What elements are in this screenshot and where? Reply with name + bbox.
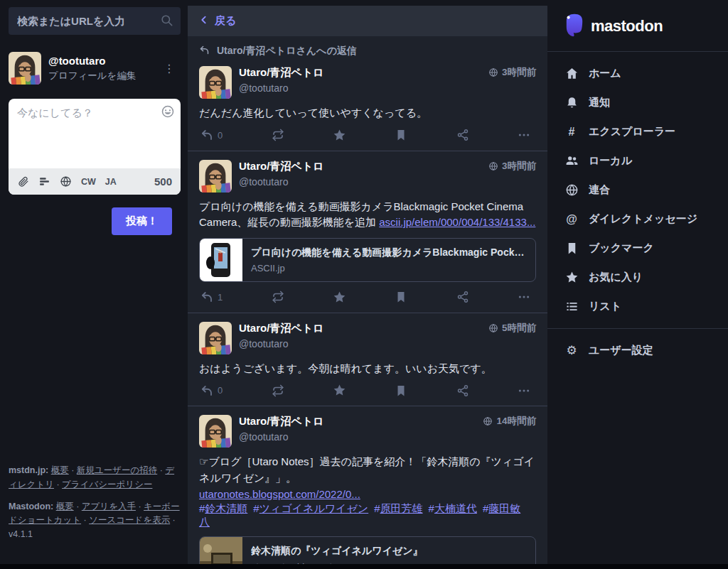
- hashtag-list: #鈴木清順#ツィゴイネルワイゼン#原田芳雄#大楠道代#藤田敏八: [199, 502, 536, 529]
- sidebar-item-list[interactable]: リスト: [563, 292, 712, 321]
- bookmark-icon: [564, 242, 579, 255]
- toot-link[interactable]: utaronotes.blogspot.com/2022/0...: [199, 488, 360, 500]
- sidebar-item-users[interactable]: ローカル: [563, 146, 712, 175]
- search-icon[interactable]: [160, 13, 173, 30]
- back-label: 戻る: [215, 14, 236, 28]
- sidebar-item-home[interactable]: ホーム: [563, 59, 712, 88]
- display-name[interactable]: Utaro/青沼ペトロ: [239, 160, 488, 173]
- back-button[interactable]: 戻る: [188, 6, 547, 36]
- sidebar-item-hash[interactable]: # エクスプローラー: [563, 117, 712, 146]
- hashtag-link[interactable]: #鈴木清順: [199, 502, 247, 514]
- account-handle[interactable]: @tootutaro: [239, 338, 488, 349]
- hashtag-link[interactable]: #大楠道代: [429, 502, 477, 514]
- toot[interactable]: Utaro/青沼ペトロ @tootutaro 14時間前 ☞ブログ［Utaro …: [188, 406, 547, 564]
- share-button[interactable]: [456, 129, 469, 141]
- hashtag-link[interactable]: #ツィゴイネルワイゼン: [253, 502, 368, 514]
- compose-textarea[interactable]: 今なにしてる？: [9, 99, 181, 168]
- boost-button[interactable]: [272, 129, 284, 141]
- favourite-button[interactable]: [333, 291, 346, 304]
- sidebar-item-globe[interactable]: 連合: [563, 175, 712, 205]
- toot-avatar[interactable]: [199, 160, 232, 193]
- visibility-globe-icon: [483, 416, 493, 426]
- bookmark-button[interactable]: [395, 129, 407, 141]
- favourite-button[interactable]: [333, 129, 346, 142]
- bookmark-button[interactable]: [395, 384, 407, 397]
- toot[interactable]: Utaro/青沼ペトロ @tootutaro 3時間前 プロ向けの機能を備える動…: [188, 151, 547, 313]
- visibility-globe-icon[interactable]: [60, 175, 72, 188]
- nav-column: mastodon ホーム 通知# エクスプローラー ローカル 連合@ ダイレクト…: [547, 0, 728, 564]
- share-button[interactable]: [456, 384, 469, 397]
- search-input[interactable]: [9, 7, 181, 35]
- timestamp[interactable]: 14時間前: [483, 415, 536, 428]
- toot-text: おはようございます。今朝は晴れてます。いいお天気です。: [199, 361, 536, 377]
- card-thumbnail: [200, 537, 242, 564]
- sidebar-item-at[interactable]: @ ダイレクトメッセージ: [563, 205, 712, 234]
- boost-button[interactable]: [272, 291, 284, 303]
- account-handle[interactable]: @tootutaro: [239, 431, 483, 443]
- toot-link[interactable]: ascii.jp/elem/000/004/133/4133...: [379, 216, 535, 228]
- reply-button[interactable]: 1: [200, 291, 223, 303]
- profile-handle-link[interactable]: @tootutaro: [48, 55, 158, 67]
- sidebar-item-bell[interactable]: 通知: [563, 88, 712, 117]
- account-handle[interactable]: @tootutaro: [239, 82, 488, 94]
- mastodon-logo[interactable]: mastodon: [563, 10, 712, 51]
- action-bar: 0: [199, 376, 536, 404]
- profile-menu-icon[interactable]: ⋮: [158, 59, 181, 78]
- users-icon: [564, 154, 579, 168]
- footer-link[interactable]: 新規ユーザーの招待: [77, 465, 157, 475]
- footer-link[interactable]: ソースコードを表示: [89, 515, 170, 525]
- star-icon: [564, 271, 579, 284]
- footer-link[interactable]: 概要: [56, 502, 74, 511]
- link-preview-card[interactable]: プロ向けの機能を備える動画撮影カメラBlackmagic Pocket Cine…: [199, 238, 536, 282]
- timestamp[interactable]: 3時間前: [488, 66, 536, 79]
- toot-avatar[interactable]: [199, 415, 232, 448]
- favourite-button[interactable]: [333, 384, 346, 397]
- toot-avatar[interactable]: [199, 66, 232, 99]
- sidebar-item-star[interactable]: お気に入り: [563, 263, 712, 292]
- compose-form: 今なにしてる？ CW JA 500: [9, 99, 181, 195]
- publish-button[interactable]: 投稿！: [112, 207, 172, 235]
- footer-link[interactable]: 概要: [51, 465, 69, 475]
- link-preview-card[interactable]: 鈴木清順の『ツィゴイネルワイゼン』 utaronotes.blogspot.co…: [199, 536, 536, 564]
- language-button[interactable]: JA: [105, 177, 117, 187]
- visibility-globe-icon: [488, 67, 498, 77]
- content-warning-button[interactable]: CW: [81, 177, 96, 187]
- bookmark-button[interactable]: [395, 291, 407, 303]
- globe-icon: [564, 183, 579, 197]
- share-button[interactable]: [456, 291, 469, 303]
- compose-column: @tootutaro プロフィールを編集 ⋮ 今なにしてる？ CW JA 500…: [0, 0, 188, 564]
- reply-button[interactable]: 0: [200, 129, 223, 141]
- attach-icon[interactable]: [17, 175, 29, 188]
- footer-app-line: Mastodon: 概要 · アプリを入手 · キーボードショートカット · ソ…: [9, 500, 181, 541]
- boost-button[interactable]: [272, 384, 284, 397]
- toot[interactable]: Utaro/青沼ペトロ @tootutaro 5時間前 おはようございます。今朝…: [188, 313, 547, 407]
- edit-profile-link[interactable]: プロフィールを編集: [48, 70, 158, 82]
- footer-link[interactable]: プライバシーポリシー: [62, 479, 152, 489]
- card-title: 鈴木清順の『ツィゴイネルワイゼン』: [251, 545, 527, 558]
- more-button[interactable]: [518, 291, 530, 303]
- timestamp[interactable]: 3時間前: [488, 160, 536, 173]
- avatar[interactable]: [9, 52, 41, 85]
- hashtag-link[interactable]: #原田芳雄: [374, 502, 422, 514]
- footer-site-line: mstdn.jp: 概要 · 新規ユーザーの招待 · ディレクトリ · プライバ…: [9, 464, 181, 492]
- gear-icon: ⚙: [564, 345, 579, 357]
- char-counter: 500: [154, 175, 172, 188]
- emoji-picker-icon[interactable]: [161, 104, 175, 121]
- footer-link[interactable]: アプリを入手: [82, 502, 136, 511]
- mastodon-wordmark: mastodon: [591, 17, 663, 36]
- reply-button[interactable]: 0: [200, 384, 223, 397]
- more-button[interactable]: [518, 384, 530, 397]
- account-handle[interactable]: @tootutaro: [239, 176, 488, 188]
- display-name[interactable]: Utaro/青沼ペトロ: [239, 66, 488, 80]
- toot-list: Utaro/青沼ペトロさんへの返信 Utaro/青沼ペトロ @tootutaro…: [188, 36, 547, 564]
- sidebar-item-bookmark[interactable]: ブックマーク: [563, 234, 712, 263]
- poll-icon[interactable]: [38, 175, 50, 188]
- search-bar: [9, 7, 181, 35]
- more-button[interactable]: [518, 129, 530, 141]
- sidebar-item-gear[interactable]: ⚙ ユーザー設定: [563, 336, 712, 365]
- display-name[interactable]: Utaro/青沼ペトロ: [239, 415, 483, 428]
- toot-avatar[interactable]: [199, 322, 232, 354]
- display-name[interactable]: Utaro/青沼ペトロ: [239, 322, 488, 335]
- timestamp[interactable]: 5時間前: [488, 322, 536, 335]
- toot[interactable]: Utaro/青沼ペトロさんへの返信 Utaro/青沼ペトロ @tootutaro…: [188, 36, 547, 151]
